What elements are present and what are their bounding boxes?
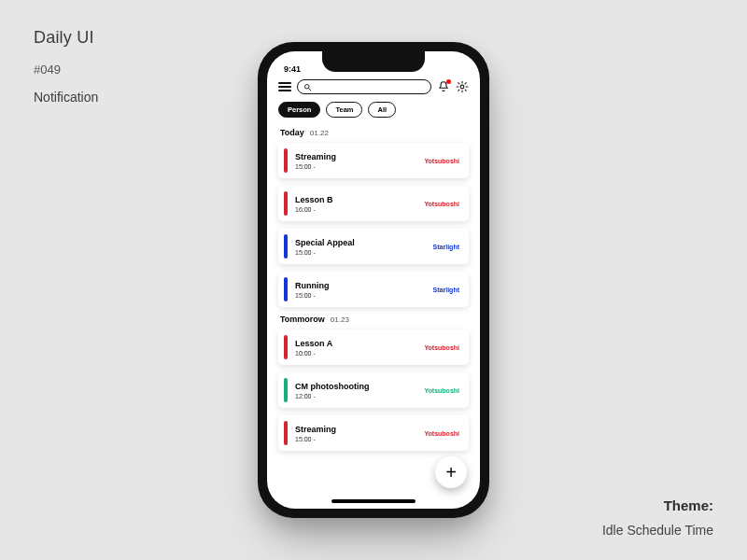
card-stripe [284, 378, 288, 402]
card-title: Running [295, 281, 330, 290]
card-stripe [284, 421, 288, 445]
card-time: 12:00 - [295, 393, 369, 399]
card-time: 10:00 - [295, 350, 332, 357]
card-title: Streaming [295, 152, 336, 161]
section-label: Tommorow [280, 315, 325, 324]
theme-block: Theme: Idle Schedule Time [602, 497, 713, 538]
status-time: 9:41 [284, 64, 301, 74]
schedule-card[interactable]: Streaming 15:00 - Yotsuboshi [278, 415, 469, 451]
filter-bar: Person Team All [267, 100, 480, 123]
svg-line-1 [309, 88, 311, 90]
section-header: Tommorow 01.23 [280, 315, 469, 324]
card-time: 15:00 - [295, 436, 336, 442]
section-date: 01.22 [310, 129, 329, 137]
svg-point-2 [460, 85, 464, 89]
theme-label: Theme: [602, 497, 713, 513]
theme-value: Idle Schedule Time [602, 523, 713, 538]
card-title: Lesson B [295, 195, 333, 204]
card-title: CM photoshooting [295, 382, 369, 391]
schedule-card[interactable]: Lesson A 10:00 - Yotsuboshi [278, 329, 469, 365]
filter-team[interactable]: Team [326, 102, 362, 118]
card-tag: Yotsuboshi [424, 387, 459, 394]
notification-icon[interactable] [437, 80, 450, 93]
challenge-number: #049 [34, 63, 98, 77]
home-indicator [331, 499, 416, 503]
page-meta: Daily UI #049 Notification [34, 28, 98, 105]
card-tag: Yotsuboshi [424, 344, 459, 351]
card-tag: Yotsuboshi [424, 201, 459, 207]
card-time: 15:00 - [295, 292, 330, 299]
search-input[interactable] [297, 79, 431, 94]
schedule-card[interactable]: Streaming 15:00 - Yotsuboshi [278, 143, 469, 178]
card-stripe [284, 234, 288, 259]
card-time: 15:00 - [295, 163, 336, 170]
phone-device: 9:41 [258, 42, 489, 518]
schedule-card[interactable]: Running 15:00 - Starlight [278, 272, 469, 307]
filter-all[interactable]: All [368, 102, 396, 118]
card-title: Streaming [295, 425, 336, 434]
schedule-card[interactable]: CM photoshooting 12:00 - Yotsuboshi [278, 372, 469, 408]
card-stripe [284, 277, 288, 301]
app-toolbar [267, 76, 480, 100]
challenge-name: Notification [34, 90, 98, 105]
project-name: Daily UI [34, 28, 98, 48]
section-label: Today [280, 128, 304, 137]
section-header: Today 01.22 [280, 128, 469, 137]
card-stripe [284, 191, 288, 216]
section-date: 01.23 [331, 315, 349, 324]
card-stripe [284, 148, 288, 173]
card-tag: Yotsuboshi [424, 158, 459, 164]
card-tag: Starlight [433, 244, 459, 250]
card-title: Special Appeal [295, 238, 355, 247]
card-stripe [284, 335, 288, 359]
schedule-card[interactable]: Lesson B 16:00 - Yotsuboshi [278, 186, 469, 221]
settings-icon[interactable] [456, 80, 469, 93]
schedule-list[interactable]: Today 01.22 Streaming 15:00 - Yotsuboshi… [267, 122, 480, 509]
search-icon [303, 83, 312, 91]
card-tag: Starlight [433, 287, 459, 293]
phone-screen: 9:41 [267, 51, 480, 509]
filter-person[interactable]: Person [278, 102, 320, 118]
phone-notch [322, 51, 425, 72]
card-tag: Yotsuboshi [424, 430, 459, 437]
card-title: Lesson A [295, 339, 332, 348]
add-button[interactable]: + [435, 456, 467, 488]
menu-icon[interactable] [278, 82, 291, 91]
schedule-card[interactable]: Special Appeal 15:00 - Starlight [278, 229, 469, 264]
notification-dot-icon [446, 79, 451, 84]
card-time: 15:00 - [295, 249, 355, 256]
card-time: 16:00 - [295, 206, 333, 213]
